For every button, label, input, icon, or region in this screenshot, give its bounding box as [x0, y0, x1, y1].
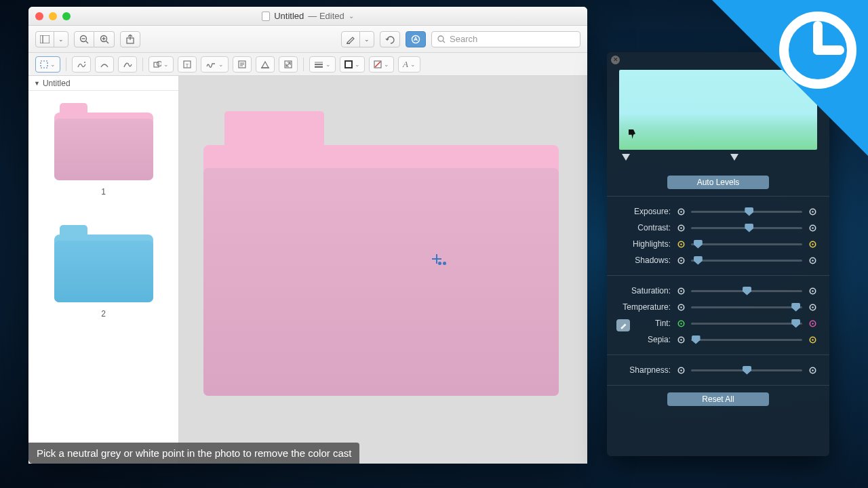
auto-levels-button[interactable]: Auto Levels: [667, 176, 769, 189]
svg-point-49: [812, 260, 813, 261]
slider-min-icon: [676, 336, 686, 344]
zoom-out-button[interactable]: [74, 31, 94, 47]
highlight-button[interactable]: ⌄: [341, 31, 374, 47]
svg-rect-17: [154, 62, 159, 67]
search-input[interactable]: Search: [431, 31, 580, 47]
slider-track[interactable]: [691, 243, 802, 245]
color-section: Saturation: Temperature: Tint: Sepia:: [607, 275, 829, 354]
slider-min-icon: [676, 208, 686, 216]
selection-tool[interactable]: ⌄: [35, 56, 60, 73]
tooltip: Pick a neutral grey or white point in th…: [28, 443, 359, 464]
svg-point-51: [680, 290, 682, 291]
folder-image-pink: [203, 111, 559, 396]
slider-thumb[interactable]: [745, 207, 753, 216]
reset-all-button[interactable]: Reset All: [667, 392, 769, 406]
slider-max-icon: [808, 208, 817, 216]
highlighter-icon: [342, 32, 360, 47]
sketch-tool[interactable]: [95, 56, 114, 73]
slider-track[interactable]: [691, 211, 802, 213]
thumbnail-item[interactable]: 1: [54, 103, 153, 197]
zoom-in-button[interactable]: [94, 31, 115, 47]
search-placeholder: Search: [450, 34, 477, 44]
markup-toolbar: ⌄ ⌄ T ⌄ ⌄ ⌄ ⌄ A⌄: [28, 53, 587, 76]
slider-max-icon: [808, 224, 817, 232]
slider-max-icon: [808, 336, 817, 344]
slider-thumb[interactable]: [791, 303, 800, 312]
rotate-button[interactable]: [380, 31, 400, 47]
slider-label: Sharpness:: [619, 365, 676, 375]
title-primary: Untitled: [274, 11, 304, 21]
share-button[interactable]: [120, 31, 140, 47]
adjust-color-tool[interactable]: [256, 56, 275, 73]
slider-min-icon: [676, 320, 686, 327]
svg-point-43: [680, 243, 682, 245]
window-title[interactable]: Untitled — Edited ⌄: [262, 11, 354, 21]
text-tool[interactable]: T: [178, 56, 197, 73]
canvas[interactable]: [179, 76, 587, 464]
fill-color-tool[interactable]: ⌄: [369, 56, 394, 73]
slider-min-icon: [676, 367, 686, 374]
svg-line-6: [106, 41, 108, 43]
slider-thumb[interactable]: [694, 240, 703, 249]
view-mode-button[interactable]: ⌄: [35, 31, 68, 47]
black-point-handle[interactable]: [622, 154, 630, 161]
slider-max-icon: [808, 257, 817, 264]
slider-max-icon: [808, 241, 817, 248]
zoom-icon[interactable]: [62, 12, 71, 20]
slider-track[interactable]: [691, 323, 802, 325]
slider-thumb[interactable]: [694, 256, 703, 265]
border-color-tool[interactable]: ⌄: [340, 56, 365, 73]
svg-point-39: [680, 227, 682, 228]
slider-track[interactable]: [691, 306, 802, 308]
svg-point-18: [157, 61, 162, 66]
draw-tool[interactable]: [118, 56, 137, 73]
separator: [142, 58, 143, 71]
slider-track[interactable]: [691, 339, 802, 341]
thumbnail-list: 1 2: [28, 91, 178, 464]
adjust-size-tool[interactable]: [279, 56, 298, 73]
title-secondary: — Edited: [308, 11, 344, 21]
slider-min-icon: [676, 287, 686, 295]
svg-point-59: [680, 323, 682, 324]
slider-row: Sepia:: [619, 331, 817, 348]
slider-track[interactable]: [691, 227, 802, 229]
reset-section: Reset All: [607, 385, 829, 413]
svg-point-67: [680, 369, 682, 371]
slider-thumb[interactable]: [745, 224, 753, 232]
svg-marker-25: [262, 62, 269, 68]
sidebar-header[interactable]: ▼ Untitled: [28, 76, 178, 91]
thumbnail-item[interactable]: 2: [54, 225, 153, 319]
slider-label: Exposure:: [619, 207, 676, 216]
slider-track[interactable]: [691, 369, 802, 371]
slider-thumb[interactable]: [743, 287, 751, 296]
close-icon[interactable]: ✕: [611, 56, 620, 64]
line-style-tool[interactable]: ⌄: [309, 56, 336, 73]
eyedropper-button[interactable]: [616, 319, 630, 331]
slider-min-icon: [676, 241, 686, 248]
slider-thumb[interactable]: [791, 319, 800, 328]
svg-point-13: [438, 36, 443, 41]
close-icon[interactable]: [35, 12, 43, 20]
svg-point-61: [812, 323, 813, 324]
shapes-tool[interactable]: ⌄: [149, 56, 174, 73]
slider-thumb[interactable]: [692, 336, 701, 344]
sharpness-section: Sharpness:: [607, 354, 829, 385]
sign-tool[interactable]: ⌄: [201, 56, 229, 73]
window-controls: [35, 12, 71, 20]
chevron-down-icon: ⌄: [326, 61, 331, 68]
instant-alpha-tool[interactable]: [72, 56, 91, 73]
slider-row: Sharpness:: [619, 362, 817, 378]
markup-button[interactable]: [406, 31, 426, 47]
text-style-tool[interactable]: A⌄: [398, 56, 420, 73]
chevron-down-icon: ⌄: [384, 61, 389, 68]
slider-track[interactable]: [691, 290, 802, 292]
note-tool[interactable]: [233, 56, 252, 73]
chevron-down-icon: ⌄: [360, 32, 374, 47]
slider-row: Shadows:: [619, 252, 817, 268]
svg-point-37: [812, 211, 813, 212]
minimize-icon[interactable]: [49, 12, 57, 20]
slider-track[interactable]: [691, 260, 802, 262]
slider-thumb[interactable]: [743, 366, 751, 375]
slider-row: Highlights:: [619, 236, 817, 252]
tooltip-text: Pick a neutral grey or white point in th…: [37, 447, 351, 459]
